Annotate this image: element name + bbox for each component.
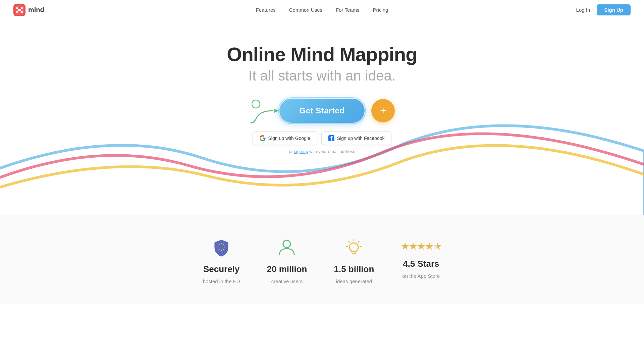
nav-pricing[interactable]: Pricing [373, 7, 388, 13]
node-add[interactable]: + [371, 99, 395, 122]
svg-point-22 [283, 240, 290, 248]
logo[interactable]: mind [13, 4, 44, 16]
svg-marker-33 [426, 243, 433, 250]
signup-button[interactable]: Sign Up [597, 4, 631, 15]
svg-line-24 [358, 241, 359, 242]
svg-marker-30 [401, 243, 409, 250]
svg-point-15 [223, 244, 224, 245]
stats-section: Securely hosted in the EU 20 million cre… [0, 215, 644, 304]
nav-actions: Log In Sign Up [576, 4, 631, 15]
svg-point-14 [221, 243, 222, 244]
svg-point-20 [218, 247, 219, 248]
svg-point-28 [350, 243, 358, 252]
stat-eu: Securely hosted in the EU [203, 239, 240, 284]
nav-features[interactable]: Features [256, 7, 276, 13]
hero-title: Online Mind Mapping [7, 44, 637, 65]
svg-line-26 [348, 241, 350, 242]
svg-point-16 [224, 247, 225, 248]
node-decoration-left [249, 97, 279, 124]
or-email-text: or sign up with your email address [289, 149, 355, 154]
svg-marker-35 [437, 243, 441, 250]
stat-stars-label: on the App Store [402, 273, 440, 279]
stat-stars: 4.5 Stars on the App Store [401, 239, 441, 284]
svg-point-19 [219, 249, 220, 250]
logo-icon [13, 4, 25, 16]
social-buttons: Sign up with Google Sign up with Faceboo… [253, 132, 392, 145]
navbar: mind Features Common Uses For Teams Pric… [0, 0, 644, 20]
facebook-signup-button[interactable]: Sign up with Facebook [321, 132, 392, 145]
stars-icon [401, 239, 441, 255]
svg-point-18 [221, 250, 222, 251]
login-button[interactable]: Log In [576, 7, 590, 13]
facebook-signup-label: Sign up with Facebook [337, 136, 385, 141]
user-icon [278, 239, 296, 260]
google-signup-label: Sign up with Google [268, 136, 310, 141]
eu-shield-icon [212, 239, 231, 260]
stat-users: 20 million creative users [267, 239, 307, 284]
stat-eu-label: hosted in the EU [203, 278, 240, 284]
facebook-icon [328, 135, 334, 141]
svg-marker-31 [410, 243, 417, 250]
stat-ideas: 1.5 billion ideas generated [334, 239, 374, 284]
get-started-button[interactable]: Get Started [279, 99, 365, 123]
lightbulb-icon [345, 239, 363, 260]
nav-links: Features Common Uses For Teams Pricing [256, 7, 388, 13]
svg-marker-32 [418, 243, 425, 250]
hero-section: Online Mind Mapping It all starts with a… [0, 20, 644, 215]
svg-point-21 [219, 244, 220, 245]
stat-ideas-label: ideas generated [336, 278, 372, 284]
stat-stars-number: 4.5 Stars [403, 259, 439, 269]
nav-common-uses[interactable]: Common Uses [289, 7, 322, 13]
stat-users-label: creative users [271, 278, 303, 284]
google-icon [260, 135, 266, 141]
nav-for-teams[interactable]: For Teams [336, 7, 360, 13]
stat-ideas-number: 1.5 billion [334, 264, 374, 274]
cta-main-row: Get Started + [249, 97, 395, 124]
stat-users-number: 20 million [267, 264, 307, 274]
logo-text: mind [28, 6, 44, 14]
svg-point-17 [223, 249, 224, 250]
stat-eu-number: Securely [203, 264, 239, 274]
hero-subtitle: It all starts with an idea. [7, 68, 637, 84]
email-signup-link[interactable]: sign up [294, 149, 308, 154]
google-signup-button[interactable]: Sign up with Google [253, 132, 317, 145]
plus-icon: + [380, 105, 386, 116]
svg-point-12 [252, 100, 260, 108]
cta-area: Get Started + Sign up with Google [7, 97, 637, 154]
